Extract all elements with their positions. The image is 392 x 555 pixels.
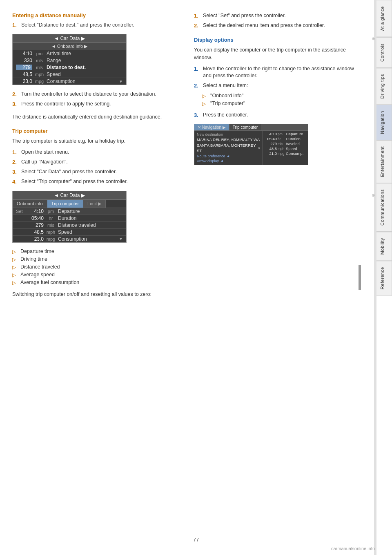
nav-unit-speed: mph (278, 147, 285, 151)
step-text: Select "Distance to dest." and press the… (21, 22, 134, 29)
nav-val-duration: 05:40 (265, 137, 277, 141)
step-tc-text-1: Open the start menu. (21, 149, 69, 156)
arrow-icon-1: ▷ (12, 249, 17, 255)
unit-duration: hr (44, 216, 58, 221)
section1-steps-2: 2. Turn the controller to select the dis… (12, 91, 182, 108)
trip-tabs: Onboard info Trip computer Limit ▶ (13, 200, 126, 208)
bullet-list: ▷ Departure time ▷ Driving time ▷ Distan… (12, 248, 182, 286)
nav-arrow-link: Arrow display ◄ (197, 159, 260, 163)
side-tabs: At a glance Controls Driving tips Naviga… (376, 0, 392, 555)
step-tc-text-4: Select "Trip computer" and press the con… (21, 178, 128, 186)
disp-step-text-2: Select a menu item: (203, 82, 248, 90)
display-options-steps-3: 3. Press the controller. (194, 112, 363, 119)
val-distance: 279 (16, 65, 32, 70)
section2-steps: 1. Open the start menu. 2. Call up "Navi… (12, 149, 182, 186)
unit-speed-1: mph (32, 72, 47, 77)
nav-val-departure: 4:10 (265, 132, 277, 136)
step-tc-num-4: 4. (12, 178, 19, 186)
car-data-box-2: ◄ Car Data ▶ ⊕ Onboard info Trip compute… (12, 191, 127, 243)
label-speed-2: Speed (58, 229, 123, 235)
nav-route-link: Route preference ◄ (197, 154, 260, 158)
label-consumption-1: Consumption (47, 78, 119, 84)
data-row-consumption-2: 23,0 mpg Consumption ▼ (13, 236, 126, 242)
label-consumption-2: Consumption (58, 236, 119, 242)
car-data-box-1: ◄ Car Data ▶ ⊕ ◄ Onboard info ▶ 4:10 pm … (12, 34, 127, 85)
tab-driving-tips[interactable]: Driving tips (376, 68, 392, 105)
data-row-speed-2: 48,5 mph Speed (13, 229, 126, 236)
data-row-range: 330 mls Range (13, 57, 126, 64)
nav-dest-name-2-text: SANTA BARBARA, MONTERREY ST (197, 143, 256, 153)
step-item-2: 2. Turn the controller to select the dis… (12, 91, 182, 98)
scroll-arrow-2: ▼ (119, 237, 123, 241)
nav-val-speed: 48,5 (265, 146, 277, 151)
arrow-icon-3: ▷ (12, 264, 17, 270)
tab-limit[interactable]: Limit ▶ (83, 200, 106, 208)
unit-arrival: pm (32, 51, 47, 56)
tab-entertainment[interactable]: Entertainment (376, 140, 392, 183)
disp-step-text-3: Press the controller. (203, 112, 248, 119)
car-data-header-1: ◄ Car Data ▶ ⊕ (13, 34, 126, 43)
val-speed-2: 48,5 (27, 229, 44, 235)
tab-at-a-glance[interactable]: At a glance (376, 0, 392, 37)
nav-label-speed: Speed (286, 146, 297, 151)
disp-step-text-1: Move the controller to the right to chan… (203, 65, 363, 80)
display-options-intro: You can display the computer or the trip… (194, 46, 363, 61)
label-duration: Duration (58, 215, 123, 221)
step-tc-1: 1. Open the start menu. (12, 149, 182, 156)
val-duration: 05:40 (27, 215, 44, 221)
disp-arrow-icon-1: ▷ (202, 93, 207, 99)
tab-trip-computer[interactable]: Trip computer (47, 200, 83, 208)
arrow-icon-5: ▷ (12, 280, 17, 286)
section2-intro: The trip computer is suitable e.g. for a… (12, 137, 182, 145)
unit-distance: mls (32, 65, 47, 70)
val-range: 330 (16, 58, 32, 63)
step-tc-3: 3. Select "Car Data" and press the contr… (12, 168, 182, 176)
tab-navigation[interactable]: Navigation (376, 105, 392, 140)
right-column: 1. Select "Set" and press the controller… (194, 12, 363, 302)
val-dist-traveled: 279 (27, 222, 44, 228)
display-options-steps: 1. Move the controller to the right to c… (194, 65, 363, 90)
nav-tab-navigation: ✕ Navigation ▶ (194, 124, 229, 130)
bullet-distance-text: Distance traveled (20, 264, 60, 270)
val-arrival: 4:10 (16, 51, 32, 56)
nav-tab-trip: Trip computer (229, 124, 261, 130)
bullet-driving-text: Driving time (20, 256, 47, 262)
bullet-fuel: ▷ Average fuel consumption (12, 280, 182, 286)
step-number: 1. (12, 22, 19, 29)
tab-communications[interactable]: Communications (376, 183, 392, 232)
right-step-2: 2. Select the desired menu item and pres… (194, 22, 363, 29)
tab-onboard-info[interactable]: Onboard info (13, 200, 47, 208)
bullet-fuel-text: Average fuel consumption (20, 280, 79, 285)
disp-step-3: 3. Press the controller. (194, 112, 363, 119)
nav-body: New destination MARINA DEL REY, ADMIRALT… (194, 131, 308, 165)
right-step-text-1: Select "Set" and press the controller. (203, 12, 286, 20)
disp-step-1: 1. Move the controller to the right to c… (194, 65, 363, 80)
corner-icon: ⊕ (372, 36, 375, 41)
right-step-text-2: Select the desired menu item and press t… (203, 22, 325, 29)
disp-bullet-onboard-text: "Onboard info" (210, 93, 243, 98)
data-row-duration: 05:40 hr Duration (13, 215, 126, 222)
step-text-2: Turn the controller to select the distan… (21, 91, 156, 98)
section1-steps: 1. Select "Distance to dest." and press … (12, 22, 182, 29)
step-tc-text-2: Call up "Navigation". (21, 159, 68, 166)
label-distance: Distance to dest. (47, 65, 123, 70)
nav-screenshot: ✕ Navigation ▶ Trip computer New destina… (194, 124, 308, 165)
nav-left-panel: New destination MARINA DEL REY, ADMIRALT… (194, 131, 263, 165)
bullet-distance: ▷ Distance traveled (12, 264, 182, 270)
nav-label-departure: Departure (286, 132, 303, 136)
nav-data-consump: 21,0 mpg Consump. (265, 151, 306, 156)
nav-unit-departure: pm (278, 132, 285, 136)
tab-mobility[interactable]: Mobility (376, 232, 392, 261)
section1-heading: Entering a distance manually (12, 12, 182, 18)
disp-step-2: 2. Select a menu item: (194, 82, 363, 90)
disp-bullet-trip-text: "Trip computer" (210, 101, 245, 106)
data-row-arrival: 4:10 pm Arrival time (13, 50, 126, 57)
bullet-avg-speed-text: Average speed (20, 272, 55, 278)
nav-dest-name-2: SANTA BARBARA, MONTERREY ST ▾ (197, 143, 260, 153)
tab-controls[interactable]: Controls (376, 37, 392, 68)
tab-reference[interactable]: Reference (376, 261, 392, 295)
arrow-icon-4: ▷ (12, 272, 17, 278)
car-data-title-1: ◄ Car Data ▶ (54, 36, 85, 41)
data-row-dist-traveled: 279 mls Distance traveled (13, 222, 126, 229)
nav-unit-duration: hr (278, 137, 285, 141)
